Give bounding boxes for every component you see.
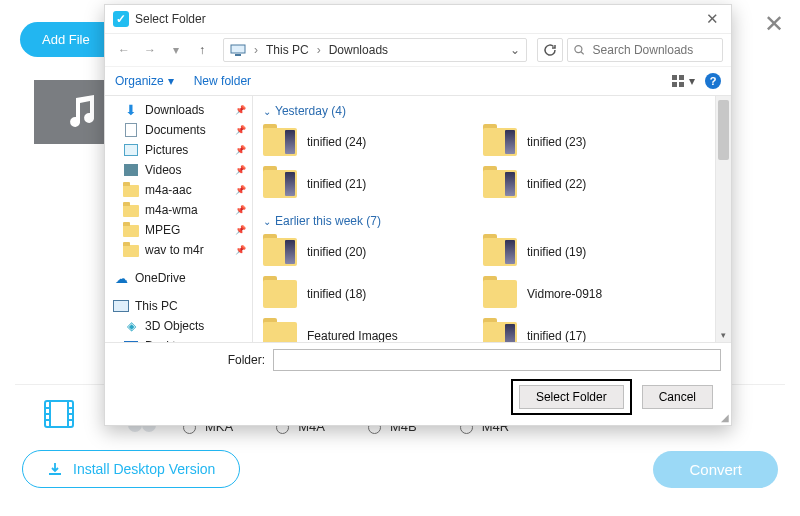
folder-icon	[483, 238, 517, 266]
breadcrumb-downloads[interactable]: Downloads	[329, 43, 388, 57]
resize-grip-icon[interactable]: ◢	[721, 412, 729, 423]
folder-item-label: tinified (17)	[527, 329, 586, 342]
group-header[interactable]: ⌄Yesterday (4)	[263, 100, 727, 124]
folder-item-label: tinified (24)	[307, 135, 366, 149]
folder-item[interactable]: tinified (19)	[483, 234, 683, 270]
scroll-down-icon[interactable]: ▾	[716, 328, 731, 342]
search-input[interactable]	[591, 42, 716, 58]
install-desktop-button[interactable]: Install Desktop Version	[22, 450, 240, 488]
tree-item-label: MPEG	[145, 223, 180, 237]
folder-field[interactable]	[273, 349, 721, 371]
chevron-down-icon: ▾	[689, 74, 695, 88]
folder-item-label: tinified (18)	[307, 287, 366, 301]
dialog-footer: Folder: Select Folder Cancel ◢	[105, 342, 731, 425]
folder-item[interactable]: Featured Images	[263, 318, 463, 342]
tree-item-m4a-aac[interactable]: m4a-aac	[105, 180, 252, 200]
tree-item-wav-to-m4r[interactable]: wav to m4r	[105, 240, 252, 260]
address-dropdown-icon[interactable]: ⌄	[510, 43, 520, 57]
nav-tree[interactable]: ⬇DownloadsDocumentsPicturesVideosm4a-aac…	[105, 96, 253, 342]
folder-icon	[263, 170, 297, 198]
group-header[interactable]: ⌄Earlier this week (7)	[263, 210, 727, 234]
folder-item[interactable]: tinified (24)	[263, 124, 463, 160]
folder-icon	[123, 182, 139, 198]
dialog-toolbar: Organize▾ New folder ▾ ?	[105, 66, 731, 96]
tree-item-label: Downloads	[145, 103, 204, 117]
nav-up-button[interactable]: ↑	[191, 39, 213, 61]
tree-item-label: m4a-wma	[145, 203, 198, 217]
folder-item-label: tinified (20)	[307, 245, 366, 259]
address-bar[interactable]: › This PC › Downloads ⌄	[223, 38, 527, 62]
tree-item-3d-objects[interactable]: ◈3D Objects	[105, 316, 252, 336]
select-folder-button[interactable]: Select Folder	[519, 385, 624, 409]
folder-item[interactable]: tinified (23)	[483, 124, 683, 160]
svg-rect-16	[679, 82, 684, 87]
search-icon	[574, 44, 585, 56]
dialog-close-button[interactable]: ✕	[702, 10, 723, 28]
tree-item-m4a-wma[interactable]: m4a-wma	[105, 200, 252, 220]
dialog-nav: ← → ▾ ↑ › This PC › Downloads ⌄	[105, 34, 731, 66]
nav-recent-button[interactable]: ▾	[165, 39, 187, 61]
folder-item-label: tinified (23)	[527, 135, 586, 149]
tree-item-label: wav to m4r	[145, 243, 204, 257]
pc-icon	[230, 42, 246, 58]
folder-icon	[483, 128, 517, 156]
folder-icon	[123, 242, 139, 258]
tree-item-downloads[interactable]: ⬇Downloads	[105, 100, 252, 120]
view-options-icon	[671, 74, 685, 88]
folder-item[interactable]: tinified (20)	[263, 234, 463, 270]
folder-item[interactable]: Vidmore-0918	[483, 276, 683, 312]
folder-icon	[483, 322, 517, 342]
folder-item-label: tinified (21)	[307, 177, 366, 191]
folder-icon	[483, 280, 517, 308]
group-label: Yesterday (4)	[275, 104, 346, 118]
svg-point-11	[575, 46, 582, 53]
folder-item[interactable]: tinified (18)	[263, 276, 463, 312]
folder-icon	[263, 280, 297, 308]
organize-menu[interactable]: Organize▾	[115, 74, 174, 88]
app-close-icon[interactable]: ✕	[764, 10, 784, 38]
folder-icon	[263, 238, 297, 266]
chevron-down-icon: ⌄	[263, 216, 271, 227]
download-icon	[47, 461, 63, 477]
pc-icon	[113, 298, 129, 314]
nav-forward-button[interactable]: →	[139, 39, 161, 61]
convert-button[interactable]: Convert	[653, 451, 778, 488]
refresh-button[interactable]	[537, 38, 563, 62]
tree-item-pictures[interactable]: Pictures	[105, 140, 252, 160]
dialog-title: Select Folder	[135, 12, 206, 26]
tree-item-label: Videos	[145, 163, 181, 177]
scrollbar[interactable]: ▴ ▾	[715, 96, 731, 342]
folder-icon	[263, 322, 297, 342]
view-menu[interactable]: ▾	[671, 74, 695, 88]
folder-item[interactable]: tinified (17)	[483, 318, 683, 342]
tree-item-label: m4a-aac	[145, 183, 192, 197]
add-file-button[interactable]: Add File	[20, 22, 112, 57]
nav-back-button[interactable]: ←	[113, 39, 135, 61]
onedrive-icon: ☁	[113, 270, 129, 286]
folder-icon	[263, 128, 297, 156]
cancel-button[interactable]: Cancel	[642, 385, 713, 409]
search-box[interactable]	[567, 38, 723, 62]
folder-item[interactable]: tinified (22)	[483, 166, 683, 202]
svg-rect-9	[231, 45, 245, 53]
music-note-icon	[62, 95, 102, 129]
folder-content: ⌄Yesterday (4)tinified (24)tinified (23)…	[253, 96, 731, 342]
folder-item[interactable]: tinified (21)	[263, 166, 463, 202]
new-folder-button[interactable]: New folder	[194, 74, 251, 88]
tree-item-mpeg[interactable]: MPEG	[105, 220, 252, 240]
folder-icon	[123, 202, 139, 218]
app-icon: ✓	[113, 11, 129, 27]
download-icon: ⬇	[123, 102, 139, 118]
group-label: Earlier this week (7)	[275, 214, 381, 228]
tree-onedrive[interactable]: ☁ OneDrive	[105, 268, 252, 288]
select-folder-dialog: ✓ Select Folder ✕ ← → ▾ ↑ › This PC › Do…	[104, 4, 732, 426]
svg-rect-15	[672, 82, 677, 87]
document-icon	[123, 122, 139, 138]
folder-item-label: Featured Images	[307, 329, 398, 342]
breadcrumb-this-pc[interactable]: This PC	[266, 43, 309, 57]
help-button[interactable]: ?	[705, 73, 721, 89]
tree-item-videos[interactable]: Videos	[105, 160, 252, 180]
tree-this-pc[interactable]: This PC	[105, 296, 252, 316]
scrollbar-thumb[interactable]	[718, 100, 729, 160]
tree-item-documents[interactable]: Documents	[105, 120, 252, 140]
